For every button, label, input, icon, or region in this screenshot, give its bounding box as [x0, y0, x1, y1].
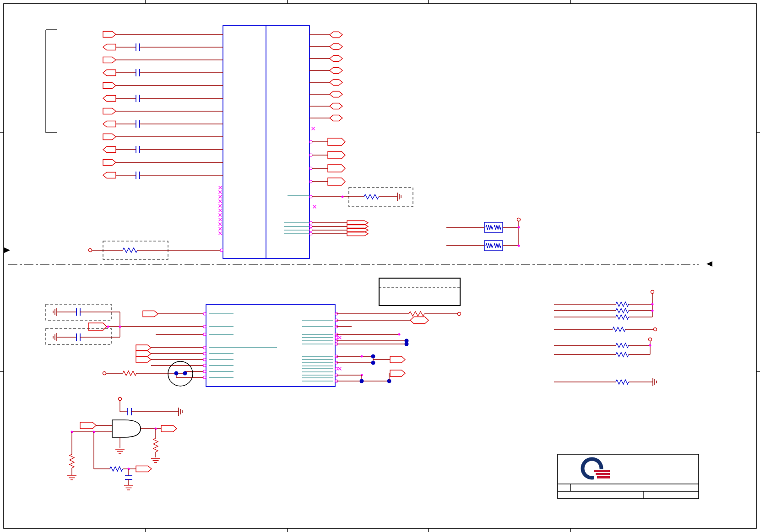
junction-dot: [651, 303, 654, 306]
net-port: [328, 165, 345, 172]
schematic-canvas: [0, 0, 760, 532]
net-port: [88, 323, 107, 330]
net-port: [330, 44, 342, 50]
bottom-ic: [206, 305, 335, 387]
junction-dot: [107, 326, 109, 328]
net-port: [330, 103, 342, 109]
junction-dot: [119, 326, 121, 328]
net-port: [103, 147, 116, 153]
junction-dot: [360, 379, 364, 383]
note-box: [379, 278, 460, 306]
pin: [309, 167, 312, 170]
junction-dot: [342, 196, 344, 198]
and-gate: [112, 420, 141, 437]
net-port: [330, 32, 342, 38]
pin: [309, 180, 312, 183]
junction-dot: [371, 361, 375, 365]
net-port: [136, 357, 151, 362]
zone-arrow-right: [706, 261, 712, 267]
termination-box: [349, 188, 413, 207]
net-port: [103, 108, 116, 114]
resistor: [70, 454, 74, 468]
schematic-page: [0, 0, 760, 532]
pin: [335, 336, 338, 339]
net-port: [136, 466, 152, 472]
resistor: [616, 343, 629, 348]
net-port: [410, 317, 429, 324]
net-port: [103, 160, 116, 166]
net-port: [330, 115, 342, 121]
pin: [309, 229, 312, 231]
net-port: [330, 68, 342, 74]
junction-dot: [651, 310, 654, 312]
pin: [309, 140, 312, 143]
title-block: [558, 454, 699, 499]
resistor: [409, 312, 424, 316]
resistor: [616, 352, 629, 357]
net-port: [103, 96, 116, 102]
resistor: [364, 194, 379, 199]
junction-dot: [405, 342, 409, 346]
sheet-border: [4, 4, 756, 528]
net-port: [328, 151, 345, 159]
open-pin: [458, 312, 461, 316]
pin: [309, 232, 312, 235]
pin: [220, 249, 223, 252]
net-port: [103, 134, 116, 140]
open-pin: [649, 338, 652, 341]
net-port: [136, 351, 151, 356]
company-logo: [594, 470, 610, 472]
pin: [203, 376, 206, 379]
net-port: [330, 91, 342, 97]
junction-dot: [518, 245, 520, 247]
open-pin: [651, 290, 654, 294]
resistor: [494, 225, 501, 230]
open-pin: [89, 249, 92, 252]
net-port: [80, 422, 96, 429]
junction-dot: [518, 226, 520, 229]
pin: [203, 325, 206, 328]
pin: [203, 364, 206, 367]
net-port: [330, 56, 342, 62]
zone-arrow-left: [4, 247, 10, 253]
net-port: [330, 80, 342, 86]
resistor: [110, 467, 123, 471]
open-pin: [517, 218, 521, 221]
resistor: [123, 371, 136, 376]
net-port: [328, 138, 345, 145]
resistor: [613, 327, 625, 332]
company-logo: [597, 476, 610, 478]
pin: [309, 221, 312, 224]
highlight-circle: [168, 361, 193, 386]
resistor: [616, 308, 629, 313]
pin: [203, 370, 206, 373]
net-port: [103, 83, 116, 89]
net-port: [103, 57, 116, 63]
junction-dot: [174, 371, 179, 376]
pin: [309, 225, 312, 228]
junction-dot: [649, 344, 651, 347]
net-port: [161, 425, 177, 432]
pin: [203, 346, 206, 349]
resistor: [123, 248, 137, 253]
net-port: [390, 356, 405, 363]
net-port: [103, 121, 116, 127]
pin: [203, 352, 206, 355]
junction-dot: [398, 333, 401, 336]
junction-dot: [361, 355, 363, 358]
net-port: [328, 178, 345, 185]
decoupling-box: [46, 328, 111, 344]
pin: [203, 358, 206, 361]
resistor: [616, 380, 629, 384]
resistor: [616, 315, 629, 319]
pin: [335, 367, 338, 370]
pin: [309, 154, 312, 156]
open-pin: [654, 328, 657, 331]
net-port: [143, 311, 158, 317]
net-port: [390, 370, 405, 376]
resistor: [494, 243, 501, 248]
resistor: [486, 225, 493, 230]
net-port: [136, 345, 151, 350]
junction-dot: [183, 371, 187, 376]
resistor: [486, 243, 493, 248]
